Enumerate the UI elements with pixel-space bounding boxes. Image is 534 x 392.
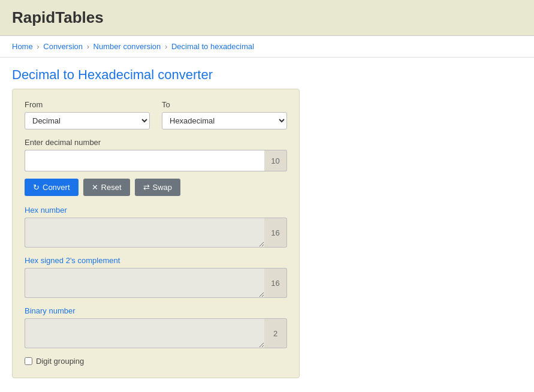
swap-button[interactable]: ⇄ Swap xyxy=(135,179,181,196)
from-group: From Decimal Hexadecimal Binary Octal xyxy=(25,100,150,129)
hex-signed-base-badge: 16 xyxy=(264,268,287,298)
breadcrumb-conversion[interactable]: Conversion xyxy=(43,42,83,51)
swap-label: Swap xyxy=(153,183,173,192)
hex-output-section: Hex number 16 xyxy=(25,206,287,248)
breadcrumb: Home › Conversion › Number conversion › … xyxy=(0,36,534,58)
from-to-row: From Decimal Hexadecimal Binary Octal To… xyxy=(25,100,287,129)
breadcrumb-sep3: › xyxy=(165,42,170,51)
breadcrumb-sep1: › xyxy=(37,42,41,51)
convert-button[interactable]: ↻ Convert xyxy=(25,179,79,196)
reset-label: Reset xyxy=(101,183,122,192)
breadcrumb-sep2: › xyxy=(87,42,92,51)
hex-base-badge: 16 xyxy=(264,218,287,248)
binary-base-badge: 2 xyxy=(264,318,287,348)
convert-label: Convert xyxy=(43,183,70,192)
reset-icon: ✕ xyxy=(92,183,98,192)
binary-output-section: Binary number 2 xyxy=(25,306,287,348)
convert-icon: ↻ xyxy=(33,183,40,192)
page-title-highlight: Hexadecimal xyxy=(78,67,154,82)
binary-label: Binary number xyxy=(25,306,287,315)
site-title: RapidTables xyxy=(12,8,104,26)
page-title: Decimal to Hexadecimal converter xyxy=(0,58,534,89)
digit-grouping-label[interactable]: Digit grouping xyxy=(36,357,84,366)
breadcrumb-number-conversion[interactable]: Number conversion xyxy=(93,42,161,51)
breadcrumb-decimal-hex[interactable]: Decimal to hexadecimal xyxy=(171,42,254,51)
page-title-part2: converter xyxy=(154,67,213,82)
to-label: To xyxy=(162,100,287,109)
buttons-row: ↻ Convert ✕ Reset ⇄ Swap xyxy=(25,179,287,196)
hex-output[interactable] xyxy=(25,218,264,248)
page-title-part1: Decimal to xyxy=(12,67,78,82)
to-group: To Hexadecimal Decimal Binary Octal xyxy=(162,100,287,129)
header: RapidTables xyxy=(0,0,534,36)
input-base-badge: 10 xyxy=(264,150,287,171)
from-label: From xyxy=(25,100,150,109)
main-content: From Decimal Hexadecimal Binary Octal To… xyxy=(0,89,534,390)
digit-grouping-checkbox[interactable] xyxy=(25,357,32,365)
reset-button[interactable]: ✕ Reset xyxy=(83,179,130,196)
input-row: 10 xyxy=(25,150,287,171)
hex-signed-output-section: Hex signed 2's complement 16 xyxy=(25,256,287,298)
hex-signed-output-row: 16 xyxy=(25,268,287,298)
breadcrumb-home[interactable]: Home xyxy=(12,42,33,51)
binary-output-row: 2 xyxy=(25,318,287,348)
decimal-input[interactable] xyxy=(25,150,264,171)
hex-output-row: 16 xyxy=(25,218,287,248)
swap-icon: ⇄ xyxy=(143,183,150,192)
hex-signed-label: Hex signed 2's complement xyxy=(25,256,287,265)
digit-grouping-row: Digit grouping xyxy=(25,357,287,366)
from-select[interactable]: Decimal Hexadecimal Binary Octal xyxy=(25,112,150,129)
to-select[interactable]: Hexadecimal Decimal Binary Octal xyxy=(162,112,287,129)
binary-output[interactable] xyxy=(25,318,264,348)
hex-label: Hex number xyxy=(25,206,287,215)
input-label: Enter decimal number xyxy=(25,138,287,147)
hex-signed-output[interactable] xyxy=(25,268,264,298)
converter-box: From Decimal Hexadecimal Binary Octal To… xyxy=(12,89,300,378)
